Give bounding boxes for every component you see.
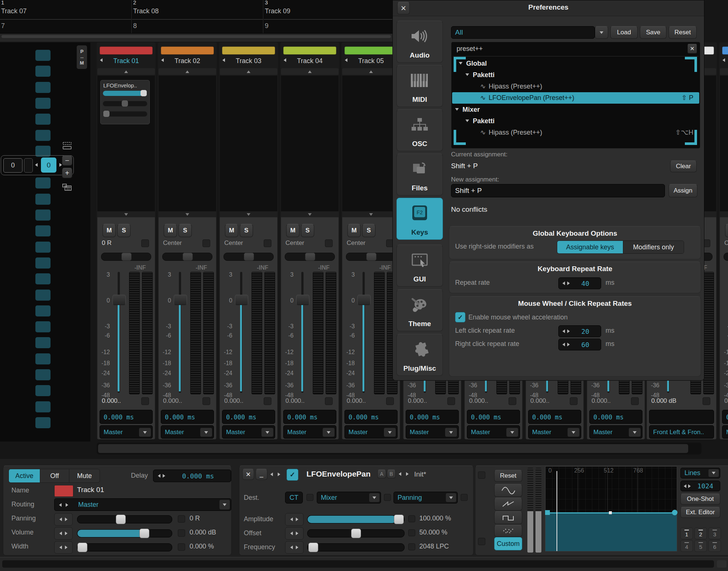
mini-slider-1[interactable] [103, 91, 147, 96]
scrollbar-thumb[interactable] [98, 444, 688, 453]
matrix-cell[interactable] [35, 401, 51, 412]
lfo-meter-right[interactable] [535, 468, 541, 553]
preset-a-button[interactable]: A [377, 470, 386, 478]
matrix-cell[interactable] [35, 337, 51, 348]
matrix-cell[interactable] [35, 242, 51, 253]
dropdown-arrow[interactable] [369, 493, 379, 502]
pan-slider[interactable] [101, 253, 151, 261]
search-input[interactable]: preset++ [457, 45, 483, 53]
dropdown-arrow[interactable] [445, 428, 457, 437]
seq-column[interactable]: 1 Track 07 7 [0, 0, 132, 33]
track-delay-field[interactable] [649, 410, 714, 424]
custom-checkbox[interactable] [478, 538, 485, 545]
panning-handle[interactable] [116, 515, 126, 524]
amplitude-slider[interactable] [307, 515, 405, 523]
matrix-cell[interactable] [35, 417, 51, 428]
dest-ct-field[interactable]: CT [285, 492, 303, 503]
seq-column[interactable]: 2 Track 08 8 [132, 0, 263, 33]
track-name[interactable]: Track 03 [219, 56, 278, 66]
dropdown-arrow[interactable] [261, 428, 273, 437]
matrix-cell[interactable] [35, 353, 51, 364]
collapse-up-strip[interactable] [720, 68, 728, 75]
device-close-icon[interactable]: ✕ [242, 469, 254, 480]
reset-checkbox[interactable] [478, 471, 485, 479]
seq-next-icon[interactable] [59, 163, 62, 167]
tree-row-paketti[interactable]: Paketti [452, 69, 699, 81]
pan-value[interactable]: 0 R [102, 239, 111, 247]
pan-value[interactable]: Center [347, 239, 365, 247]
solo-button[interactable]: S [117, 224, 131, 237]
dest-checkbox-3[interactable] [461, 494, 468, 501]
mini-slider-3[interactable] [103, 111, 147, 117]
track-name-value[interactable]: Track 01 [77, 486, 104, 494]
mute-button[interactable]: Mute [69, 469, 100, 482]
routing-dropdown[interactable]: Master [222, 425, 275, 439]
tab-midi[interactable]: MIDI [396, 65, 443, 107]
seq-prev-icon[interactable] [35, 163, 38, 167]
volume-fader[interactable] [112, 272, 125, 395]
post-volume-value[interactable]: 0.000.. [347, 397, 366, 405]
tree-row-lfoenvelopepan[interactable]: ∿LFOEnvelopePan (Preset++) ⇧ P [452, 92, 699, 104]
post-volume-value[interactable]: 0.000.. [408, 397, 427, 405]
post-volume-checkbox[interactable] [386, 397, 394, 405]
track-name[interactable]: Track 05 [342, 56, 401, 66]
solo-button[interactable]: S [301, 224, 314, 237]
matrix-cell[interactable] [35, 177, 51, 188]
matrix-cell[interactable] [35, 130, 51, 141]
pan-slider[interactable] [162, 253, 212, 261]
increment-icon[interactable] [567, 281, 570, 285]
volume-fader[interactable] [357, 272, 370, 395]
matrix-cell[interactable] [35, 114, 51, 125]
pan-value[interactable]: Center [224, 239, 243, 247]
track-delay-field[interactable]: 0.000 ms [100, 410, 153, 424]
increment-icon[interactable] [567, 343, 570, 346]
matrix-cell[interactable] [35, 290, 51, 301]
load-button[interactable]: Load [610, 26, 638, 39]
post-volume-value[interactable]: 0.000.. [592, 397, 611, 405]
routing-dropdown[interactable]: Master [161, 425, 214, 439]
dest-target-dropdown[interactable]: Mixer [317, 492, 381, 503]
routing-dropdown[interactable]: Master [589, 425, 642, 439]
post-volume-value[interactable]: 0.000.. [530, 397, 550, 405]
tab-plugmisc[interactable]: Plug/Misc [396, 334, 443, 376]
post-volume-checkbox[interactable] [141, 397, 149, 405]
envelope-length-value[interactable]: 1024 [691, 482, 720, 490]
track-color-bar[interactable] [100, 46, 153, 55]
volume-slider[interactable] [77, 529, 172, 537]
sequencer-scrollbar[interactable] [0, 33, 392, 42]
device-minimize-icon[interactable]: _ [256, 469, 267, 480]
mixer-scrollbar[interactable] [97, 443, 701, 454]
matrix-cell[interactable] [35, 321, 51, 332]
pan-handle[interactable] [305, 253, 315, 261]
pan-checkbox[interactable] [141, 239, 149, 247]
tree-expand-icon[interactable] [465, 120, 469, 122]
left-click-rate-value[interactable]: 20 [570, 328, 601, 335]
collapse-up-strip[interactable] [159, 68, 216, 75]
increment-icon[interactable] [688, 484, 691, 488]
dropdown-arrow[interactable] [139, 428, 151, 437]
width-handle[interactable] [77, 543, 87, 552]
routing-dropdown[interactable]: Master [467, 425, 520, 439]
decrement-icon[interactable] [562, 329, 565, 333]
decrement-icon[interactable] [562, 343, 565, 346]
post-volume-value[interactable]: 0.000.. [224, 397, 243, 405]
envelope-point-mid[interactable] [609, 511, 612, 514]
mouse-accel-checkbox[interactable]: ✓ [455, 312, 465, 322]
repeat-rate-stepper[interactable]: 40 [558, 277, 601, 289]
envelope-length-stepper[interactable]: 1024 [680, 481, 720, 491]
pan-checkbox[interactable] [264, 239, 271, 247]
saw-wave-button[interactable] [494, 498, 522, 511]
width-slider[interactable] [77, 543, 172, 551]
matrix-cell[interactable] [35, 273, 51, 284]
track-color-bar[interactable] [222, 46, 275, 55]
frequency-slider[interactable] [307, 543, 405, 551]
pan-handle[interactable] [183, 253, 193, 261]
post-volume-checkbox[interactable] [447, 397, 455, 405]
track-name[interactable]: Track 01 [97, 56, 156, 66]
volume-fader[interactable] [296, 272, 309, 395]
routing-dropdown[interactable]: Master [344, 425, 398, 439]
solo-button[interactable]: S [178, 224, 192, 237]
preset-dropdown-arrow[interactable] [595, 26, 608, 39]
insert-row-icon[interactable] [62, 141, 72, 150]
matrix-cell[interactable] [35, 194, 51, 205]
